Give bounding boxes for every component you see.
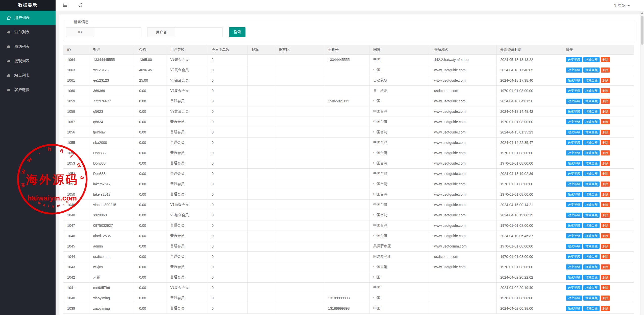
adjust-balance-button[interactable]: 增减金额: [583, 140, 600, 145]
delete-button[interactable]: 删除: [601, 213, 610, 218]
sidebar-item-reservations[interactable]: 预约列表: [0, 39, 56, 54]
cell-account: q5624: [89, 117, 135, 127]
change-level-button[interactable]: 改变等级: [566, 233, 582, 238]
delete-button[interactable]: 删除: [601, 306, 610, 311]
adjust-balance-button[interactable]: 增减金额: [583, 223, 600, 228]
adjust-balance-button[interactable]: 增减金额: [583, 285, 600, 290]
adjust-balance-button[interactable]: 增减金额: [583, 296, 600, 301]
sidebar-item-customer-links[interactable]: 客户链接: [0, 83, 56, 97]
change-level-button[interactable]: 改变等级: [566, 213, 582, 218]
delete-button[interactable]: 删除: [601, 202, 610, 207]
id-input[interactable]: [94, 27, 141, 37]
change-level-button[interactable]: 改变等级: [566, 68, 582, 73]
delete-button[interactable]: 删除: [601, 68, 610, 73]
adjust-balance-button[interactable]: 增减金额: [583, 78, 600, 83]
delete-button[interactable]: 删除: [601, 130, 610, 135]
adjust-balance-button[interactable]: 增减金额: [583, 119, 600, 124]
delete-button[interactable]: 删除: [601, 182, 610, 187]
cell-id: 1055: [63, 138, 89, 148]
adjust-balance-button[interactable]: 增减金额: [583, 182, 600, 187]
adjust-balance-button[interactable]: 增减金额: [583, 202, 600, 207]
change-level-button[interactable]: 改变等级: [566, 171, 582, 176]
change-level-button[interactable]: 改变等级: [566, 150, 582, 155]
delete-button[interactable]: 删除: [601, 244, 610, 249]
adjust-balance-button[interactable]: 增减金额: [583, 130, 600, 135]
cell-level: 普通会员: [166, 241, 208, 252]
cell-ref-code: [275, 303, 324, 314]
username-input[interactable]: [175, 27, 223, 37]
cell-last-login: 2024-04-02 20:22:02: [497, 272, 562, 283]
adjust-balance-button[interactable]: 增减金额: [583, 161, 600, 166]
adjust-balance-button[interactable]: 增减金额: [583, 254, 600, 259]
change-level-button[interactable]: 改变等级: [566, 140, 582, 145]
adjust-balance-button[interactable]: 增减金额: [583, 306, 600, 311]
delete-button[interactable]: 删除: [601, 285, 610, 290]
adjust-balance-button[interactable]: 增减金额: [583, 99, 600, 104]
adjust-balance-button[interactable]: 增减金额: [583, 57, 600, 62]
delete-button[interactable]: 删除: [601, 161, 610, 166]
change-level-button[interactable]: 改变等级: [566, 285, 582, 290]
adjust-balance-button[interactable]: 增减金额: [583, 150, 600, 155]
delete-button[interactable]: 删除: [601, 275, 610, 280]
change-level-button[interactable]: 改变等级: [566, 78, 582, 83]
adjust-balance-button[interactable]: 增减金额: [583, 233, 600, 238]
collapse-menu-icon[interactable]: [63, 3, 68, 8]
cell-nickname: [248, 138, 275, 148]
delete-button[interactable]: 删除: [601, 171, 610, 176]
cell-domain: [430, 293, 497, 303]
delete-button[interactable]: 删除: [601, 140, 610, 145]
delete-button[interactable]: 删除: [601, 192, 610, 197]
change-level-button[interactable]: 改变等级: [566, 130, 582, 135]
adjust-balance-button[interactable]: 增减金额: [583, 213, 600, 218]
cell-phone: [324, 169, 369, 179]
adjust-balance-button[interactable]: 增减金额: [583, 88, 600, 93]
change-level-button[interactable]: 改变等级: [566, 182, 582, 187]
adjust-balance-button[interactable]: 增减金额: [583, 192, 600, 197]
adjust-balance-button[interactable]: 增减金额: [583, 68, 600, 73]
cell-today-orders: 0: [208, 148, 248, 158]
delete-button[interactable]: 删除: [601, 78, 610, 83]
adjust-balance-button[interactable]: 增减金额: [583, 109, 600, 114]
change-level-button[interactable]: 改变等级: [566, 254, 582, 259]
delete-button[interactable]: 删除: [601, 119, 610, 124]
change-level-button[interactable]: 改变等级: [566, 192, 582, 197]
delete-button[interactable]: 删除: [601, 296, 610, 301]
delete-button[interactable]: 删除: [601, 88, 610, 93]
change-level-button[interactable]: 改变等级: [566, 275, 582, 280]
delete-button[interactable]: 删除: [601, 223, 610, 228]
delete-button[interactable]: 删除: [601, 264, 610, 269]
change-level-button[interactable]: 改变等级: [566, 57, 582, 62]
vertical-scrollbar[interactable]: [640, 11, 644, 315]
change-level-button[interactable]: 改变等级: [566, 244, 582, 249]
change-level-button[interactable]: 改变等级: [566, 99, 582, 104]
change-level-button[interactable]: 改变等级: [566, 264, 582, 269]
delete-button[interactable]: 删除: [601, 150, 610, 155]
change-level-button[interactable]: 改变等级: [566, 88, 582, 93]
adjust-balance-button[interactable]: 增减金额: [583, 171, 600, 176]
search-button[interactable]: 搜索: [229, 27, 245, 37]
adjust-balance-button[interactable]: 增减金额: [583, 244, 600, 249]
delete-button[interactable]: 删除: [601, 57, 610, 62]
delete-button[interactable]: 删除: [601, 109, 610, 114]
change-level-button[interactable]: 改变等级: [566, 223, 582, 228]
adjust-balance-button[interactable]: 增减金额: [583, 275, 600, 280]
change-level-button[interactable]: 改变等级: [566, 306, 582, 311]
admin-dropdown[interactable]: 管理员: [614, 0, 630, 11]
delete-button[interactable]: 删除: [601, 233, 610, 238]
delete-button[interactable]: 删除: [601, 254, 610, 259]
change-level-button[interactable]: 改变等级: [566, 202, 582, 207]
scrollbar-thumb[interactable]: [641, 16, 643, 45]
sidebar-item-sites[interactable]: 站点列表: [0, 68, 56, 83]
sidebar-item-orders[interactable]: 订单列表: [0, 25, 56, 39]
column-header: 账户: [89, 45, 135, 55]
refresh-icon[interactable]: [78, 3, 83, 8]
sidebar-item-withdrawals[interactable]: 提现列表: [0, 54, 56, 68]
change-level-button[interactable]: 改变等级: [566, 161, 582, 166]
change-level-button[interactable]: 改变等级: [566, 296, 582, 301]
change-level-button[interactable]: 改变等级: [566, 109, 582, 114]
sidebar-item-users[interactable]: 用户列表: [0, 11, 56, 25]
adjust-balance-button[interactable]: 增减金额: [583, 264, 600, 269]
change-level-button[interactable]: 改变等级: [566, 119, 582, 124]
scroll-up-arrow-icon[interactable]: [641, 12, 643, 14]
delete-button[interactable]: 删除: [601, 99, 610, 104]
